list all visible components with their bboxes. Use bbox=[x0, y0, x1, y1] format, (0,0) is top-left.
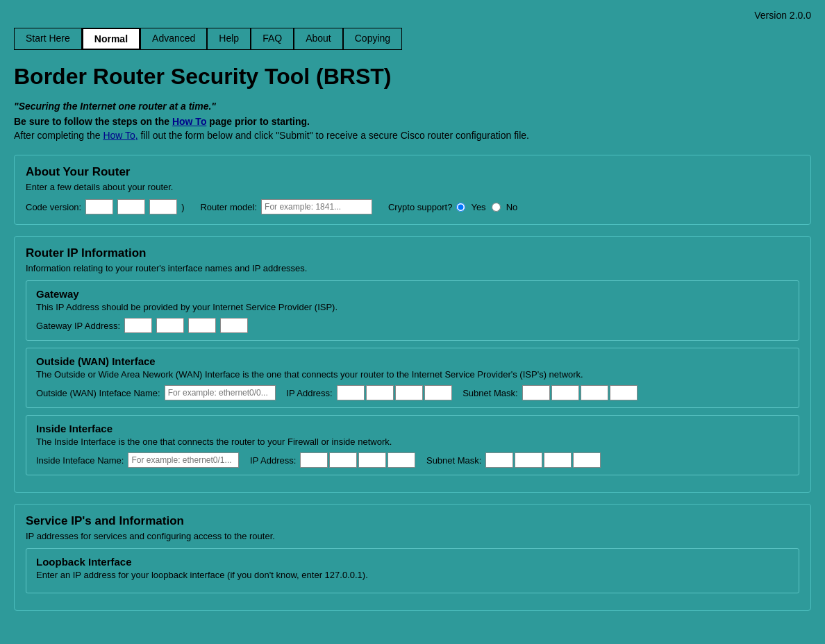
tagline: "Securing the Internet one router at a t… bbox=[14, 101, 811, 112]
wan-ip-4[interactable] bbox=[424, 385, 452, 400]
tab-copying[interactable]: Copying bbox=[343, 28, 402, 50]
inside-title: Inside Interface bbox=[36, 423, 789, 434]
wan-subnet-label: Subnet Mask: bbox=[462, 388, 518, 398]
gateway-ip-2[interactable] bbox=[156, 318, 184, 333]
wan-subnet-3[interactable] bbox=[581, 385, 608, 400]
crypto-yes-radio[interactable] bbox=[456, 203, 465, 212]
gateway-ip-4[interactable] bbox=[220, 318, 248, 333]
inside-subnet-3[interactable] bbox=[544, 452, 572, 468]
router-model-input[interactable] bbox=[261, 199, 372, 214]
router-ip-section: Router IP Information Information relati… bbox=[14, 236, 811, 493]
version-label: Version 2.0.0 bbox=[14, 10, 811, 21]
service-ips-title: Service IP's and Information bbox=[26, 514, 799, 528]
wan-ip-label: IP Address: bbox=[286, 388, 332, 398]
router-ip-title: Router IP Information bbox=[26, 246, 799, 260]
router-model-label: Router model: bbox=[200, 202, 257, 212]
tab-about[interactable]: About bbox=[294, 28, 343, 50]
inside-form: Inside Inteface Name: IP Address: Subnet… bbox=[36, 452, 789, 468]
inside-name-input[interactable] bbox=[128, 452, 239, 468]
wan-subnet-1[interactable] bbox=[522, 385, 550, 400]
wan-ip-3[interactable] bbox=[395, 385, 423, 400]
how-to-link-1[interactable]: How To bbox=[172, 116, 207, 127]
instruction-line-2: After completing the How To, fill out th… bbox=[14, 130, 811, 141]
inside-name-label: Inside Inteface Name: bbox=[36, 455, 124, 466]
loopback-subsection: Loopback Interface Enter an IP address f… bbox=[26, 548, 799, 593]
wan-desc: The Outside or Wide Area Nework (WAN) In… bbox=[36, 369, 789, 380]
loopback-desc: Enter an IP address for your loopback in… bbox=[36, 570, 789, 580]
wan-name-input[interactable] bbox=[165, 385, 276, 400]
tab-bar: Start Here Normal Advanced Help FAQ Abou… bbox=[14, 28, 811, 50]
inside-ip-1[interactable] bbox=[300, 452, 328, 468]
wan-title: Outside (WAN) Interface bbox=[36, 355, 789, 367]
gateway-desc: This IP Address should be provided by yo… bbox=[36, 302, 789, 312]
about-router-title: About Your Router bbox=[26, 165, 799, 179]
inside-desc: The Inside Interface is the one that con… bbox=[36, 437, 789, 447]
wan-ip-group bbox=[337, 385, 452, 400]
about-router-section: About Your Router Enter a few details ab… bbox=[14, 155, 811, 225]
inside-subnet-label: Subnet Mask: bbox=[426, 455, 482, 466]
inside-ip-3[interactable] bbox=[358, 452, 386, 468]
tab-start-here[interactable]: Start Here bbox=[14, 28, 82, 50]
how-to-link-2[interactable]: How To, bbox=[103, 130, 138, 141]
crypto-radio-group: Yes No bbox=[456, 202, 517, 212]
wan-subsection: Outside (WAN) Interface The Outside or W… bbox=[26, 348, 799, 408]
wan-subnet-2[interactable] bbox=[551, 385, 579, 400]
gateway-title: Gateway bbox=[36, 288, 789, 300]
about-router-form: Code version: ) Router model: Crypto sup… bbox=[26, 199, 799, 214]
inside-subsection: Inside Interface The Inside Interface is… bbox=[26, 415, 799, 475]
loopback-title: Loopback Interface bbox=[36, 556, 789, 568]
wan-subnet-4[interactable] bbox=[610, 385, 638, 400]
crypto-label: Crypto support? bbox=[388, 202, 453, 212]
gateway-ip-1[interactable] bbox=[124, 318, 152, 333]
inside-subnet-group bbox=[485, 452, 601, 468]
page-title: Border Router Security Tool (BRST) bbox=[14, 64, 811, 90]
wan-subnet-group bbox=[522, 385, 638, 400]
service-ips-desc: IP addresses for services and configurin… bbox=[26, 531, 799, 541]
code-version-field-1[interactable] bbox=[85, 199, 113, 214]
crypto-no-label: No bbox=[506, 202, 518, 212]
gateway-ip-3[interactable] bbox=[188, 318, 216, 333]
instruction-line-1: Be sure to follow the steps on the How T… bbox=[14, 116, 811, 127]
gateway-ip-label: Gateway IP Address: bbox=[36, 321, 120, 331]
wan-name-label: Outside (WAN) Inteface Name: bbox=[36, 388, 160, 398]
crypto-no-radio[interactable] bbox=[492, 203, 501, 212]
inside-ip-group bbox=[300, 452, 415, 468]
inside-ip-4[interactable] bbox=[388, 452, 415, 468]
tab-faq[interactable]: FAQ bbox=[251, 28, 294, 50]
crypto-yes-label: Yes bbox=[471, 202, 485, 212]
inside-subnet-1[interactable] bbox=[485, 452, 513, 468]
about-router-desc: Enter a few details about your router. bbox=[26, 182, 799, 192]
inside-ip-label: IP Address: bbox=[250, 455, 296, 466]
code-version-label: Code version: bbox=[26, 202, 81, 212]
service-ips-section: Service IP's and Information IP addresse… bbox=[14, 504, 811, 611]
gateway-subsection: Gateway This IP Address should be provid… bbox=[26, 280, 799, 341]
tab-advanced[interactable]: Advanced bbox=[140, 28, 207, 50]
tab-normal[interactable]: Normal bbox=[82, 28, 140, 50]
router-ip-desc: Information relating to your router's in… bbox=[26, 263, 799, 273]
inside-subnet-4[interactable] bbox=[573, 452, 601, 468]
inside-subnet-2[interactable] bbox=[515, 452, 542, 468]
code-version-field-2[interactable] bbox=[117, 199, 145, 214]
tab-help[interactable]: Help bbox=[207, 28, 251, 50]
wan-ip-2[interactable] bbox=[366, 385, 394, 400]
wan-ip-1[interactable] bbox=[337, 385, 365, 400]
code-version-field-3[interactable] bbox=[149, 199, 177, 214]
inside-ip-2[interactable] bbox=[329, 452, 357, 468]
paren-close: ) bbox=[181, 202, 184, 212]
wan-form: Outside (WAN) Inteface Name: IP Address:… bbox=[36, 385, 789, 400]
gateway-form: Gateway IP Address: bbox=[36, 318, 789, 333]
gateway-ip-group bbox=[124, 318, 248, 333]
